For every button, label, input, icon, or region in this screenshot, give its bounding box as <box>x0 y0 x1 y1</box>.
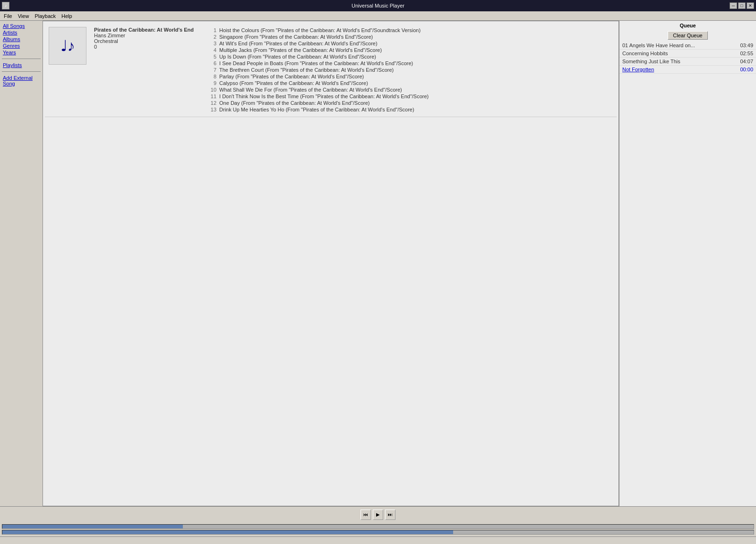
track-number: 9 <box>203 80 216 86</box>
album-title: Pirates of the Caribbean: At World's End <box>94 27 194 33</box>
sidebar-item-albums[interactable]: Albums <box>2 36 41 42</box>
track-row[interactable]: 9Calypso (From "Pirates of the Caribbean… <box>203 80 613 86</box>
track-row[interactable]: 6I See Dead People in Boats (From "Pirat… <box>203 60 613 67</box>
track-row[interactable]: 4Multiple Jacks (From "Pirates of the Ca… <box>203 47 613 53</box>
transport-bar: ⏮ ▶ ⏭ <box>0 506 756 522</box>
minimize-button[interactable]: ─ <box>730 2 737 9</box>
sidebar-item-all-songs[interactable]: All Songs <box>2 23 41 29</box>
track-title: Multiple Jacks (From "Pirates of the Car… <box>219 47 613 53</box>
queue-item[interactable]: Not Forgotten00:00 <box>619 66 756 74</box>
maximize-button[interactable]: □ <box>738 2 746 9</box>
clear-queue-button[interactable]: Clear Queue <box>668 31 707 40</box>
track-title: Up Is Down (From "Pirates of the Caribbe… <box>219 54 613 60</box>
album-year: 0 <box>94 44 194 50</box>
sidebar-item-artists[interactable]: Artists <box>2 29 41 36</box>
track-row[interactable]: 1Hoist the Colours (From "Pirates of the… <box>203 27 613 34</box>
sidebar-item-add-external[interactable]: Add External Song <box>2 75 41 87</box>
queue-panel: Queue Clear Queue 01 Angels We Have Hear… <box>619 21 756 506</box>
track-number: 12 <box>203 100 216 106</box>
queue-item[interactable]: 01 Angels We Have Heard on...03:49 <box>619 42 756 50</box>
song-progress-fill <box>2 525 183 528</box>
queue-item[interactable]: Concerning Hobbits02:55 <box>619 50 756 58</box>
menubar: File View Playback Help <box>0 11 756 21</box>
track-list: 1Hoist the Colours (From "Pirates of the… <box>203 27 613 113</box>
track-title: Calypso (From "Pirates of the Caribbean:… <box>219 80 613 86</box>
menu-file[interactable]: File <box>1 12 15 20</box>
music-note-icon: ♩♪ <box>60 37 75 55</box>
album-section: ♩♪ Pirates of the Caribbean: At World's … <box>45 23 617 117</box>
menu-view[interactable]: View <box>15 12 32 20</box>
song-progress-bar[interactable] <box>2 524 754 529</box>
menu-playback[interactable]: Playback <box>32 12 59 20</box>
album-genre: Orchestral <box>94 38 194 44</box>
track-number: 8 <box>203 74 216 79</box>
queue-item-duration: 03:49 <box>740 42 753 48</box>
track-title: The Brethren Court (From "Pirates of the… <box>219 67 613 73</box>
track-title: Singapore (From "Pirates of the Caribbea… <box>219 34 613 40</box>
close-button[interactable]: ✕ <box>747 2 754 9</box>
queue-item-title: Not Forgotten <box>622 67 736 72</box>
app-icon: ♪ <box>2 2 9 9</box>
sidebar-item-years[interactable]: Years <box>2 49 41 56</box>
track-row[interactable]: 2Singapore (From "Pirates of the Caribbe… <box>203 34 613 40</box>
prev-button[interactable]: ⏮ <box>361 510 371 520</box>
track-row[interactable]: 12One Day (From "Pirates of the Caribbea… <box>203 100 613 106</box>
album-info: Pirates of the Caribbean: At World's End… <box>94 27 194 113</box>
status-bar <box>0 536 756 544</box>
volume-bar[interactable] <box>2 530 754 535</box>
track-row[interactable]: 3At Wit's End (From "Pirates of the Cari… <box>203 40 613 47</box>
track-number: 3 <box>203 41 216 46</box>
album-artist: Hans Zimmer <box>94 33 194 38</box>
volume-fill <box>2 530 453 534</box>
track-title: What Shall We Die For (From "Pirates of … <box>219 87 613 93</box>
track-row[interactable]: 13Drink Up Me Hearties Yo Ho (From "Pira… <box>203 106 613 113</box>
sidebar-divider-2 <box>2 71 41 72</box>
app-title: Universal Music Player <box>352 3 404 8</box>
content-area: ♩♪ Pirates of the Caribbean: At World's … <box>43 21 619 506</box>
track-title: Drink Up Me Hearties Yo Ho (From "Pirate… <box>219 107 613 112</box>
queue-item-title: Something Just Like This <box>622 59 736 64</box>
track-number: 6 <box>203 60 216 66</box>
track-row[interactable]: 8Parlay (From "Pirates of the Caribbean:… <box>203 73 613 80</box>
queue-item-duration: 00:00 <box>740 67 753 72</box>
track-title: One Day (From "Pirates of the Caribbean:… <box>219 100 613 106</box>
track-title: At Wit's End (From "Pirates of the Carib… <box>219 41 613 46</box>
queue-item[interactable]: Something Just Like This04:07 <box>619 58 756 66</box>
titlebar-controls: ─ □ ✕ <box>730 2 754 9</box>
sidebar-item-genres[interactable]: Genres <box>2 42 41 49</box>
track-number: 11 <box>203 94 216 99</box>
track-title: I Don't Think Now Is the Best Time (From… <box>219 94 613 99</box>
track-number: 13 <box>203 107 216 112</box>
track-row[interactable]: 11I Don't Think Now Is the Best Time (Fr… <box>203 93 613 100</box>
track-row[interactable]: 10What Shall We Die For (From "Pirates o… <box>203 86 613 93</box>
track-number: 4 <box>203 47 216 53</box>
play-button[interactable]: ▶ <box>373 510 383 520</box>
menu-help[interactable]: Help <box>59 12 75 20</box>
track-title: Parlay (From "Pirates of the Caribbean: … <box>219 74 613 79</box>
queue-header: Queue <box>619 21 756 30</box>
queue-item-title: 01 Angels We Have Heard on... <box>622 42 736 48</box>
track-row[interactable]: 7The Brethren Court (From "Pirates of th… <box>203 67 613 73</box>
sidebar-item-playlists[interactable]: Playlists <box>2 62 41 68</box>
queue-list: 01 Angels We Have Heard on...03:49Concer… <box>619 42 756 74</box>
main-container: All Songs Artists Albums Genres Years Pl… <box>0 21 756 506</box>
titlebar-left: ♪ <box>2 2 9 9</box>
track-row[interactable]: 5Up Is Down (From "Pirates of the Caribb… <box>203 53 613 60</box>
sidebar: All Songs Artists Albums Genres Years Pl… <box>0 21 43 506</box>
progress-area <box>0 522 756 536</box>
album-art: ♩♪ <box>49 27 86 65</box>
track-title: I See Dead People in Boats (From "Pirate… <box>219 60 613 66</box>
track-number: 7 <box>203 67 216 73</box>
track-number: 5 <box>203 54 216 60</box>
queue-item-title: Concerning Hobbits <box>622 51 736 56</box>
next-button[interactable]: ⏭ <box>385 510 395 520</box>
track-title: Hoist the Colours (From "Pirates of the … <box>219 27 613 33</box>
track-number: 1 <box>203 27 216 33</box>
track-number: 10 <box>203 87 216 93</box>
sidebar-divider-1 <box>2 59 41 59</box>
track-number: 2 <box>203 34 216 40</box>
titlebar: ♪ Universal Music Player ─ □ ✕ <box>0 0 756 11</box>
queue-item-duration: 04:07 <box>740 59 753 64</box>
queue-item-duration: 02:55 <box>740 51 753 56</box>
